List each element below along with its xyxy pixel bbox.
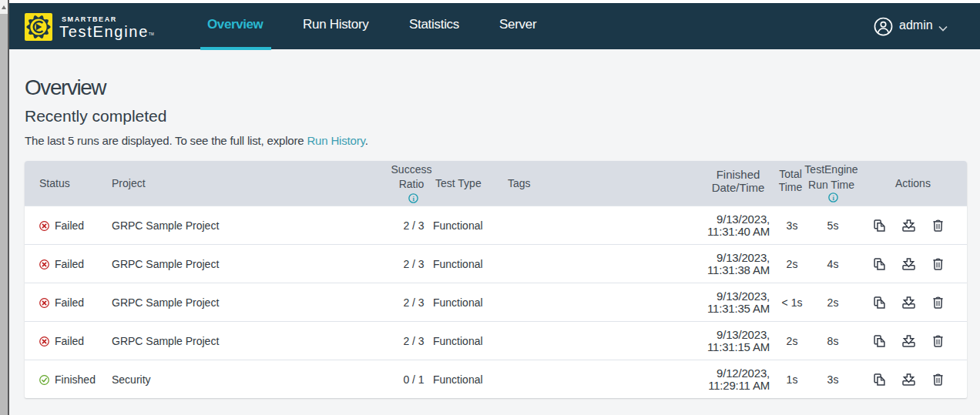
svg-text:i: i — [832, 194, 834, 202]
svg-text:i: i — [412, 195, 414, 202]
